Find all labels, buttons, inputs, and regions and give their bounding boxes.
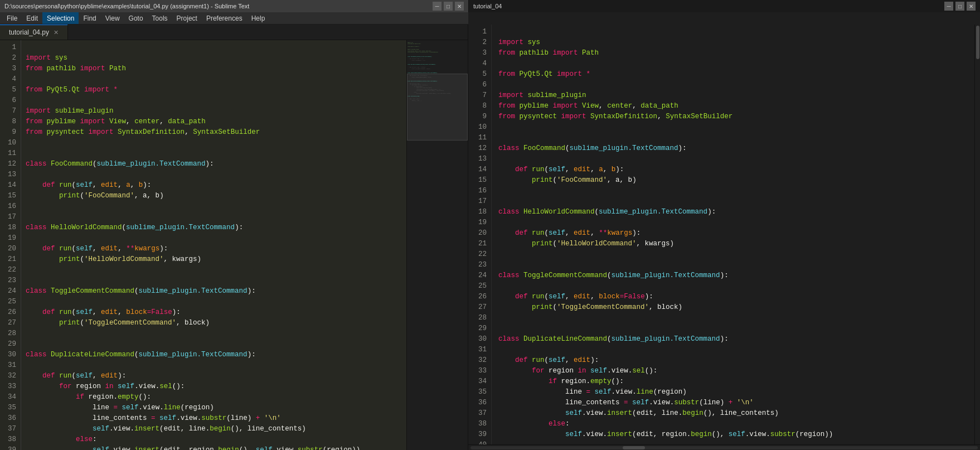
menu-tools[interactable]: Tools — [148, 12, 172, 24]
right-window-controls: ─ □ ✕ — [944, 2, 976, 11]
right-maximize-button[interactable]: □ — [955, 2, 964, 11]
tab-bar: tutorial_04.py ✕ — [0, 25, 468, 40]
right-window-title: tutorial_04 — [473, 3, 502, 9]
left-title-bar: D:\sources\personal\python\pyblime\examp… — [4, 3, 249, 9]
right-close-button[interactable]: ✕ — [967, 2, 976, 11]
left-window-controls: ─ □ ✕ — [433, 2, 464, 11]
tab-close-button[interactable]: ✕ — [54, 29, 59, 36]
left-window-title: D:\sources\personal\python\pyblime\examp… — [4, 3, 249, 9]
menu-help[interactable]: Help — [247, 12, 270, 24]
right-vertical-scrollbar[interactable] — [974, 25, 980, 444]
menu-find[interactable]: Find — [79, 12, 100, 24]
menu-bar: File Edit Selection Find View Goto Tools… — [0, 12, 468, 25]
right-code-area: 1 2 3 4 5 6 7 8 9 10 11 12 13 14 15 16 1 — [468, 25, 980, 444]
right-code-content[interactable]: import sys from pathlib import Path from… — [492, 25, 974, 444]
left-minimize-button[interactable]: ─ — [433, 2, 442, 11]
left-line-numbers: 1 2 3 4 5 6 7 8 9 10 11 12 13 14 15 16 1 — [0, 40, 21, 450]
left-code-area: 1 2 3 4 5 6 7 8 9 10 11 12 13 14 15 16 1 — [0, 40, 468, 450]
menu-goto[interactable]: Goto — [124, 12, 148, 24]
menu-file[interactable]: File — [2, 12, 22, 24]
right-line-numbers: 1 2 3 4 5 6 7 8 9 10 11 12 13 14 15 16 1 — [468, 25, 492, 444]
left-maximize-button[interactable]: □ — [444, 2, 453, 11]
left-close-button[interactable]: ✕ — [455, 2, 464, 11]
left-code-content[interactable]: import sys from pathlib import Path from… — [21, 40, 406, 450]
menu-project[interactable]: Project — [172, 12, 202, 24]
menu-view[interactable]: View — [101, 12, 124, 24]
right-minimize-button[interactable]: ─ — [944, 2, 953, 11]
menu-selection[interactable]: Selection — [42, 12, 79, 24]
right-pane: 1 2 3 4 5 6 7 8 9 10 11 12 13 14 15 16 1 — [468, 25, 980, 450]
tab-tutorial04[interactable]: tutorial_04.py ✕ — [0, 25, 68, 40]
minimap[interactable]: import sys from pathlib import Path from… — [406, 40, 468, 450]
menu-preferences[interactable]: Preferences — [202, 12, 247, 24]
right-horizontal-scrollbar[interactable] — [468, 444, 980, 450]
menu-edit[interactable]: Edit — [22, 12, 42, 24]
tab-label: tutorial_04.py — [9, 28, 49, 36]
